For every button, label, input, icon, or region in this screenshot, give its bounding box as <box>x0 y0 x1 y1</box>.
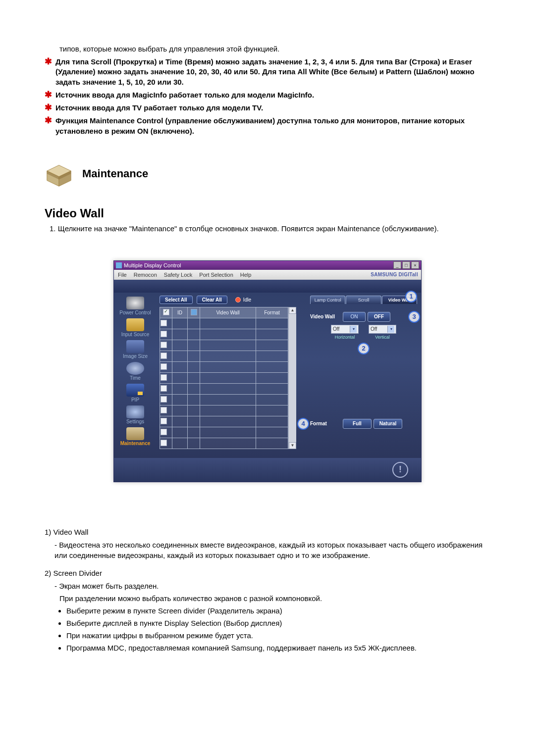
callout-4: 4 <box>297 418 309 430</box>
col-format: Format <box>256 307 288 318</box>
description-block: 1) Video Wall - Видеостена это несколько… <box>45 527 490 654</box>
note-item: Источник ввода для TV работает только дл… <box>45 103 490 113</box>
row-checkbox[interactable] <box>160 385 167 392</box>
titlebar: Multiple Display Control _ □ × <box>114 261 421 270</box>
sidebar: Power Control Input Source Image Size Ti… <box>114 293 157 458</box>
desc-1-heading: 1) Video Wall <box>45 527 490 538</box>
idle-dot-icon <box>235 297 241 302</box>
menu-remocon[interactable]: Remocon <box>134 272 157 278</box>
row-checkbox[interactable] <box>160 374 167 381</box>
video-wall-panel-label: Video Wall <box>310 314 340 319</box>
bottom-bar: ! <box>114 458 421 482</box>
row-checkbox[interactable] <box>160 363 167 370</box>
sidebar-item-time[interactable]: Time <box>114 360 157 381</box>
horizontal-label: Horizontal <box>335 335 355 340</box>
minimize-button[interactable]: _ <box>393 261 401 269</box>
desc-2-text-a: - Экран может быть разделен. <box>54 581 490 592</box>
scroll-up-icon[interactable]: ▲ <box>289 307 296 314</box>
menu-port-selection[interactable]: Port Selection <box>199 272 233 278</box>
sidebar-label: Power Control <box>119 310 151 315</box>
row-checkbox[interactable] <box>160 407 167 413</box>
col-id: ID <box>172 307 188 318</box>
sidebar-item-settings[interactable]: Settings <box>114 403 157 424</box>
format-panel-label: Format <box>310 421 340 426</box>
callout-1: 1 <box>405 291 417 302</box>
menu-help[interactable]: Help <box>240 272 252 278</box>
app-icon <box>116 262 122 268</box>
sidebar-label: Image Size <box>123 353 148 359</box>
sidebar-label: Maintenance <box>120 441 151 446</box>
sidebar-label: Settings <box>126 419 144 424</box>
chevron-down-icon: ▾ <box>350 326 357 333</box>
video-wall-off-button[interactable]: OFF <box>368 312 390 322</box>
clear-all-button[interactable]: Clear All <box>197 296 227 304</box>
row-checkbox[interactable] <box>160 320 167 326</box>
maximize-button[interactable]: □ <box>402 261 410 269</box>
note-item: Источник ввода для MagicInfo работает то… <box>45 90 490 100</box>
menubar: File Remocon Safety Lock Port Selection … <box>114 270 421 280</box>
image-size-icon <box>126 340 144 353</box>
info-icon[interactable]: ! <box>392 462 408 478</box>
sidebar-label: Input Source <box>121 332 150 337</box>
sidebar-item-power-control[interactable]: Power Control <box>114 295 157 315</box>
horizontal-value: Off <box>333 326 339 332</box>
maintenance-icon <box>126 427 144 440</box>
intro-text: типов, которые можно выбрать для управле… <box>59 45 490 53</box>
format-natural-button[interactable]: Natural <box>374 419 402 429</box>
header-checkbox[interactable]: ✓ <box>163 309 169 315</box>
row-checkbox[interactable] <box>160 440 167 446</box>
sidebar-item-image-size[interactable]: Image Size <box>114 338 157 359</box>
window-title: Multiple Display Control <box>124 262 181 268</box>
maintenance-heading: Maintenance <box>82 167 148 180</box>
header-power-icon <box>191 309 197 315</box>
sidebar-item-pip[interactable]: PIP <box>114 382 157 403</box>
row-checkbox[interactable] <box>160 429 167 435</box>
row-checkbox[interactable] <box>160 418 167 424</box>
power-icon <box>126 297 144 309</box>
display-grid: ✓ ID Video Wall Format <box>160 307 288 449</box>
step-1-text: 1. Щелкните на значке "Maintenance" в ст… <box>50 224 490 233</box>
tab-scroll[interactable]: Scroll <box>346 296 381 304</box>
select-all-button[interactable]: Select All <box>160 296 193 304</box>
col-video-wall: Video Wall <box>200 307 256 318</box>
callout-2: 2 <box>358 343 370 354</box>
vertical-dropdown[interactable]: Off▾ <box>369 325 396 334</box>
bullet-item: При нажатии цифры в выбранном режиме буд… <box>66 630 490 641</box>
close-button[interactable]: × <box>411 261 419 269</box>
row-checkbox[interactable] <box>160 331 167 337</box>
sidebar-item-maintenance[interactable]: Maintenance <box>114 425 157 446</box>
menu-file[interactable]: File <box>118 272 127 278</box>
bullet-item: Выберите режим в пункте Screen divider (… <box>66 605 490 616</box>
row-checkbox[interactable] <box>160 396 167 403</box>
grid-scrollbar[interactable]: ▲ ▼ <box>288 307 296 449</box>
desc-2-bullets: Выберите режим в пункте Screen divider (… <box>66 605 490 653</box>
desc-1-text: - Видеостена это несколько соединенных в… <box>54 540 490 561</box>
menu-safety-lock[interactable]: Safety Lock <box>164 272 192 278</box>
format-full-button[interactable]: Full <box>343 419 372 429</box>
chevron-down-icon: ▾ <box>387 326 394 333</box>
bullet-item: Выберите дисплей в пункте Display Select… <box>66 618 490 629</box>
bullet-item: Программа MDC, предоставляемая компанией… <box>66 643 490 654</box>
right-tabs: Lamp Control Scroll Video Wall <box>310 296 417 304</box>
tab-lamp-control[interactable]: Lamp Control <box>310 296 345 304</box>
idle-label: Idle <box>243 297 251 302</box>
time-icon <box>126 362 144 375</box>
pip-icon <box>126 384 144 397</box>
note-item: Для типа Scroll (Прокрутка) и Time (Врем… <box>45 57 490 87</box>
vertical-value: Off <box>371 326 377 332</box>
row-checkbox[interactable] <box>160 353 167 359</box>
row-checkbox[interactable] <box>160 342 167 348</box>
video-wall-on-button[interactable]: ON <box>343 312 366 322</box>
scroll-down-icon[interactable]: ▼ <box>289 442 296 449</box>
mdc-app-window: Multiple Display Control _ □ × File Remo… <box>113 260 422 482</box>
note-item: Функция Maintenance Control (управление … <box>45 116 490 136</box>
sidebar-item-input-source[interactable]: Input Source <box>114 316 157 337</box>
desc-2-heading: 2) Screen Divider <box>45 568 490 579</box>
video-wall-heading: Video Wall <box>45 206 490 220</box>
dark-band <box>114 280 421 293</box>
brand-label: SAMSUNG DIGITall <box>371 272 418 277</box>
settings-icon <box>126 405 144 418</box>
maintenance-box-icon <box>45 161 73 187</box>
notes-list: Для типа Scroll (Прокрутка) и Time (Врем… <box>45 57 490 136</box>
horizontal-dropdown[interactable]: Off▾ <box>331 325 359 334</box>
